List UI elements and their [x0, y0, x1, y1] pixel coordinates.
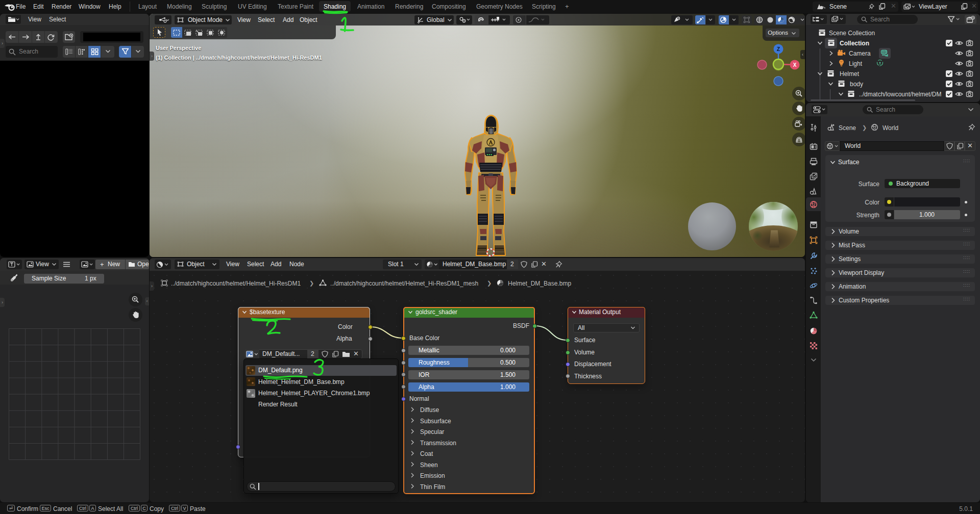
svg-text:X: X — [793, 62, 797, 68]
svg-text:Z: Z — [777, 46, 780, 52]
